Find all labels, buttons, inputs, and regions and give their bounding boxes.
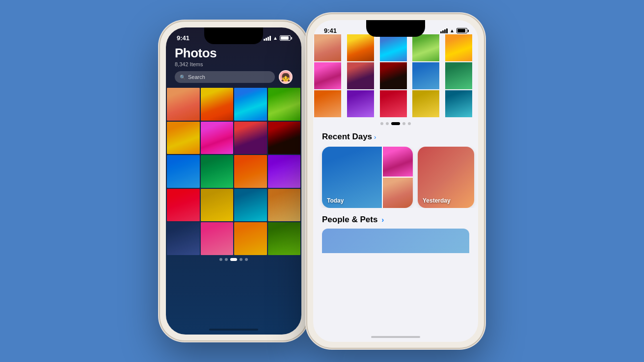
- indicator-dot-active[interactable]: [230, 258, 237, 261]
- top-photo[interactable]: [380, 90, 407, 117]
- top-photo-grid: [313, 34, 478, 117]
- people-pets-title: People & Pets ›: [322, 215, 469, 225]
- status-icons: ▲: [264, 35, 291, 41]
- photo-cell[interactable]: [167, 189, 200, 222]
- recent-days-scroll: Today Yesterday: [313, 147, 478, 208]
- photo-cell[interactable]: [268, 189, 301, 222]
- photo-cell[interactable]: [268, 88, 301, 121]
- search-row: 🔍 Search 👧: [175, 70, 293, 84]
- carousel-dot[interactable]: [408, 122, 411, 125]
- top-photo[interactable]: [445, 34, 472, 61]
- search-bar[interactable]: 🔍 Search: [175, 71, 275, 83]
- today-card[interactable]: Today: [322, 147, 413, 208]
- right-iphone: 9:41 ▲: [307, 14, 484, 348]
- top-photo[interactable]: [380, 62, 407, 89]
- photos-title: Photos: [175, 46, 293, 61]
- photo-cell[interactable]: [234, 122, 267, 155]
- top-photo[interactable]: [380, 34, 407, 61]
- top-photo[interactable]: [412, 34, 439, 61]
- photo-cell[interactable]: [234, 189, 267, 222]
- photo-cell[interactable]: [268, 155, 301, 188]
- time-right: 9:41: [324, 27, 337, 34]
- right-screen: 9:41 ▲: [313, 20, 478, 342]
- yesterday-card[interactable]: Yesterday: [418, 147, 474, 208]
- photo-cell[interactable]: [268, 122, 301, 155]
- signal-icon-right: [440, 28, 448, 33]
- photo-cell[interactable]: [167, 122, 200, 155]
- left-screen: 9:41 ▲ Photos 8,342 Items 🔍: [166, 27, 301, 335]
- signal-icon: [264, 36, 271, 41]
- notch: [204, 27, 263, 44]
- photo-cell[interactable]: [167, 155, 200, 188]
- photo-cell[interactable]: [234, 222, 267, 255]
- top-photo[interactable]: [412, 62, 439, 89]
- home-indicator[interactable]: [209, 329, 258, 331]
- battery-icon-right: [456, 28, 467, 33]
- battery-icon: [280, 35, 291, 41]
- indicator-dot[interactable]: [240, 258, 242, 261]
- top-photo[interactable]: [445, 90, 472, 117]
- today-label: Today: [327, 197, 344, 204]
- top-photo[interactable]: [314, 90, 341, 117]
- photo-cell[interactable]: [167, 88, 200, 121]
- search-label: Search: [188, 74, 205, 80]
- photo-cell[interactable]: [234, 88, 267, 121]
- top-photo[interactable]: [347, 90, 374, 117]
- indicator-dot[interactable]: [245, 258, 248, 261]
- time: 9:41: [177, 34, 189, 42]
- top-photo[interactable]: [412, 90, 439, 117]
- chevron-icon[interactable]: ›: [374, 133, 376, 141]
- indicator-dot[interactable]: [225, 258, 228, 261]
- photo-cell[interactable]: [201, 122, 234, 155]
- home-indicator-right[interactable]: [371, 336, 420, 338]
- wifi-icon-right: ▲: [450, 28, 455, 33]
- top-photo[interactable]: [445, 62, 472, 89]
- left-iphone: 9:41 ▲ Photos 8,342 Items 🔍: [160, 22, 307, 340]
- photo-grid: [166, 88, 301, 255]
- notch: [366, 20, 425, 37]
- top-photo[interactable]: [314, 62, 341, 89]
- avatar[interactable]: 👧: [279, 70, 293, 84]
- carousel-indicators: [313, 117, 478, 130]
- indicator-dot[interactable]: [219, 258, 222, 261]
- top-photo[interactable]: [347, 62, 374, 89]
- page-indicators: [166, 255, 301, 264]
- photo-cell[interactable]: [201, 222, 234, 255]
- top-photo[interactable]: [347, 34, 374, 61]
- photo-cell[interactable]: [201, 189, 234, 222]
- carousel-dot-active[interactable]: [391, 122, 400, 125]
- yesterday-label: Yesterday: [423, 197, 451, 204]
- wifi-icon: ▲: [273, 35, 278, 41]
- status-icons-right: ▲: [440, 28, 467, 33]
- photo-cell[interactable]: [201, 88, 234, 121]
- recent-days-title: Recent Days: [322, 132, 372, 142]
- bottom-preview-photo: [322, 229, 469, 253]
- top-photo[interactable]: [314, 34, 341, 61]
- people-chevron-icon[interactable]: ›: [381, 216, 384, 224]
- carousel-dot[interactable]: [380, 122, 383, 125]
- recent-days-header: Recent Days ›: [313, 130, 478, 147]
- search-icon: 🔍: [180, 75, 186, 80]
- photo-cell[interactable]: [234, 155, 267, 188]
- photo-cell[interactable]: [167, 222, 200, 255]
- carousel-dot[interactable]: [386, 122, 389, 125]
- photos-header: Photos 8,342 Items 🔍 Search 👧: [166, 42, 301, 88]
- photo-cell[interactable]: [201, 155, 234, 188]
- carousel-dot[interactable]: [402, 122, 405, 125]
- photo-cell[interactable]: [268, 222, 301, 255]
- people-pets-section: People & Pets ›: [313, 208, 478, 227]
- photos-count: 8,342 Items: [175, 61, 293, 67]
